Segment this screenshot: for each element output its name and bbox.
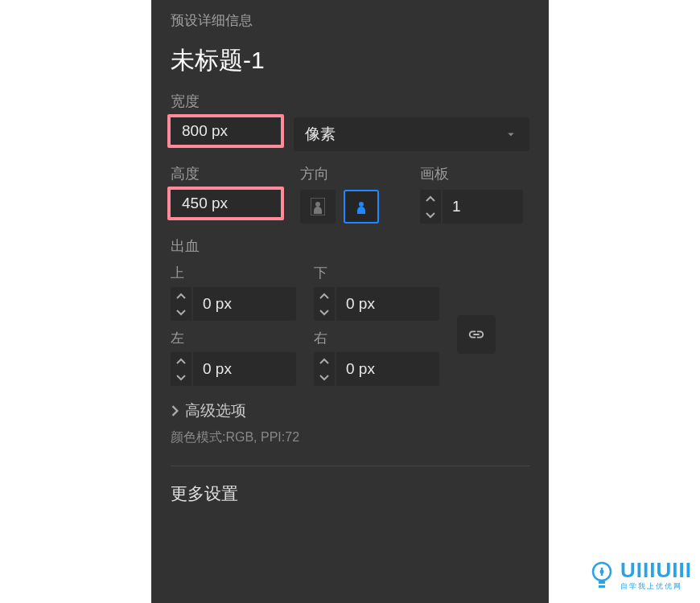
watermark: UIIIUIII 自学我上优优网 xyxy=(590,558,692,592)
bleed-left-label: 左 xyxy=(171,329,307,347)
person-portrait-icon xyxy=(311,198,325,215)
artboard-step-up[interactable] xyxy=(420,190,441,207)
orientation-label: 方向 xyxy=(300,164,420,183)
width-input[interactable]: 800 px xyxy=(167,114,284,148)
chevron-up-icon xyxy=(426,195,435,202)
bleed-section: 出血 上 0 px 下 0 p xyxy=(171,236,529,386)
bleed-right-up[interactable] xyxy=(314,352,335,369)
bleed-link-button[interactable] xyxy=(457,315,496,354)
bleed-top-down[interactable] xyxy=(171,304,191,321)
chevron-up-icon xyxy=(319,293,329,299)
svg-point-3 xyxy=(359,202,364,207)
svg-point-1 xyxy=(315,202,320,207)
bleed-label: 出血 xyxy=(171,236,529,256)
unit-select[interactable]: 像素 xyxy=(294,117,529,151)
bleed-top-stepper[interactable]: 0 px xyxy=(171,287,307,321)
bleed-top-up[interactable] xyxy=(171,287,191,304)
divider xyxy=(171,466,529,466)
orientation-group: 方向 xyxy=(294,164,420,224)
bleed-left-cell: 左 0 px xyxy=(171,329,307,386)
bleed-bottom-down[interactable] xyxy=(314,304,335,321)
color-mode-text: 颜色模式:RGB, PPI:72 xyxy=(171,429,529,446)
artboard-group: 画板 1 xyxy=(420,164,529,224)
width-group: 宽度 800 px 像素 xyxy=(171,92,529,151)
bleed-left-up[interactable] xyxy=(171,352,191,369)
chevron-right-icon xyxy=(171,405,180,416)
artboard-stepper[interactable]: 1 xyxy=(420,190,529,224)
chevron-up-icon xyxy=(176,358,186,364)
chevron-down-icon xyxy=(319,310,329,316)
chevron-up-icon xyxy=(319,358,329,364)
chevron-up-icon xyxy=(176,293,186,299)
svg-rect-8 xyxy=(599,585,605,588)
bleed-right-down[interactable] xyxy=(314,369,335,386)
watermark-brand: UIIIUIII xyxy=(620,558,692,583)
orientation-landscape-button[interactable] xyxy=(344,190,379,224)
bleed-right-label: 右 xyxy=(314,329,451,347)
bleed-top-cell: 上 0 px xyxy=(171,264,307,321)
bleed-bottom-up[interactable] xyxy=(314,287,335,304)
chevron-down-icon xyxy=(504,127,518,142)
artboard-step-down[interactable] xyxy=(420,207,441,224)
chevron-down-icon xyxy=(426,212,435,219)
height-input[interactable]: 450 px xyxy=(167,187,284,220)
bleed-right-stepper[interactable]: 0 px xyxy=(314,352,451,386)
bleed-top-label: 上 xyxy=(171,264,307,282)
bleed-bottom-input[interactable]: 0 px xyxy=(336,287,439,321)
chevron-down-icon xyxy=(176,375,186,381)
orientation-portrait-button[interactable] xyxy=(300,190,336,224)
svg-point-6 xyxy=(600,570,604,574)
bleed-left-down[interactable] xyxy=(171,369,191,386)
preset-detail-heading: 预设详细信息 xyxy=(171,11,529,30)
advanced-options-toggle[interactable]: 高级选项 xyxy=(171,400,529,421)
bleed-right-input[interactable]: 0 px xyxy=(336,352,439,386)
height-label: 高度 xyxy=(171,164,294,183)
lightbulb-icon xyxy=(590,560,614,589)
artboard-label: 画板 xyxy=(420,164,529,183)
bleed-bottom-stepper[interactable]: 0 px xyxy=(314,287,451,321)
bleed-left-input[interactable]: 0 px xyxy=(193,352,296,386)
document-title[interactable]: 未标题-1 xyxy=(171,44,529,77)
artboard-input[interactable]: 1 xyxy=(443,190,523,224)
more-settings-link[interactable]: 更多设置 xyxy=(171,482,529,505)
chevron-down-icon xyxy=(319,375,329,381)
link-icon xyxy=(467,326,485,343)
height-group: 高度 450 px xyxy=(171,164,294,224)
bleed-left-stepper[interactable]: 0 px xyxy=(171,352,307,386)
preset-detail-panel: 预设详细信息 未标题-1 宽度 800 px 像素 高度 450 px 方向 xyxy=(151,0,549,603)
width-label: 宽度 xyxy=(171,92,529,111)
bleed-bottom-label: 下 xyxy=(314,264,451,282)
svg-rect-7 xyxy=(599,581,605,584)
bleed-right-cell: 右 0 px xyxy=(314,329,451,386)
unit-select-label: 像素 xyxy=(305,124,336,145)
bleed-bottom-cell: 下 0 px xyxy=(314,264,451,321)
bleed-top-input[interactable]: 0 px xyxy=(193,287,296,321)
chevron-down-icon xyxy=(176,310,186,316)
watermark-sub: 自学我上优优网 xyxy=(620,581,692,592)
advanced-options-label: 高级选项 xyxy=(185,400,246,421)
person-landscape-icon xyxy=(352,199,370,214)
